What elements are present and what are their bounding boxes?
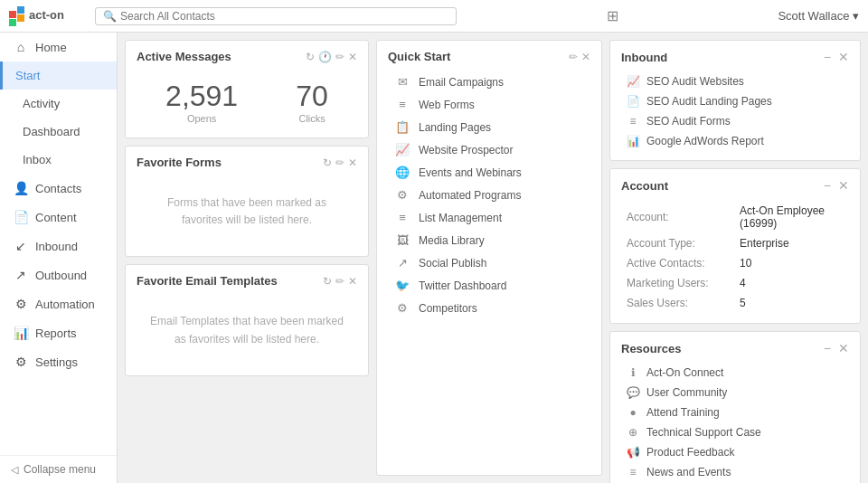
qs-item-email-campaigns[interactable]: ✉ Email Campaigns [388,71,590,93]
sidebar-item-outbound[interactable]: ↗ Outbound [0,260,117,289]
close-icon[interactable]: ✕ [348,156,357,169]
favorite-forms-card: Favorite Forms ↻ ✏ ✕ Forms that have bee… [125,146,369,257]
close-icon[interactable]: ✕ [838,50,849,64]
qs-item-web-forms[interactable]: ≡ Web Forms [388,93,590,116]
quick-start-title: Quick Start [388,50,450,63]
sidebar-item-activity[interactable]: Activity [0,90,117,118]
edit-icon[interactable]: ✏ [335,51,344,63]
inbound-header: Inbound − ✕ [621,50,849,64]
logo[interactable]: act-on [9,6,77,26]
grid-icon[interactable]: ⊞ [607,7,618,24]
resources-list: ℹ Act-On Connect 💬 User Community ● Atte… [621,363,849,482]
qs-item-competitors[interactable]: ⚙ Competitors [388,297,590,319]
edit-icon[interactable]: ✏ [335,275,344,288]
svg-rect-1 [17,6,24,14]
qs-item-events-webinars[interactable]: 🌐 Events and Webinars [388,161,590,184]
account-value[interactable]: Act-On Employee (16999) [736,202,847,232]
sidebar-item-label: Outbound [35,269,87,282]
inbound-item-label: SEO Audit Websites [646,75,744,88]
account-key: Account Type: [623,234,734,252]
sidebar-item-inbox[interactable]: Inbox [0,146,117,174]
prospector-icon: 📈 [395,143,410,156]
inbound-item-seo-forms[interactable]: ≡ SEO Audit Forms [621,111,849,131]
resource-item-support[interactable]: ⊕ Technical Support Case [621,422,849,442]
sidebar-item-reports[interactable]: 📊 Reports [0,318,117,347]
home-icon: ⌂ [14,40,28,54]
qs-item-landing-pages[interactable]: 📋 Landing Pages [388,116,590,138]
inbound-item-seo-websites[interactable]: 📈 SEO Audit Websites [621,71,849,91]
list-icon: ≡ [627,115,639,128]
edit-icon[interactable]: ✏ [569,51,578,63]
resources-card: Resources − ✕ ℹ Act-On Connect 💬 User Co… [609,331,861,483]
settings-icon: ⚙ [14,355,28,369]
resource-item-feedback[interactable]: 📢 Product Feedback [621,442,849,462]
events-icon: 🌐 [395,166,410,179]
account-header: Account − ✕ [621,178,849,193]
qs-item-social-publish[interactable]: ↗ Social Publish [388,251,590,274]
account-row-marketing: Marketing Users: 4 [623,274,847,292]
opens-count: 2,591 [165,80,238,113]
refresh-icon[interactable]: ↻ [323,156,332,169]
account-row-contacts: Active Contacts: 10 [623,254,847,272]
sidebar-item-start[interactable]: Start [0,62,117,90]
edit-icon[interactable]: ✏ [335,156,344,169]
qs-item-media-library[interactable]: 🖼 Media Library [388,229,590,251]
twitter-icon: 🐦 [395,279,410,292]
qs-item-website-prospector[interactable]: 📈 Website Prospector [388,138,590,161]
close-icon[interactable]: ✕ [348,275,357,288]
main-layout: ⌂ Home Start Activity Dashboard Inbox 👤 … [0,33,868,483]
sidebar-item-dashboard[interactable]: Dashboard [0,118,117,146]
sidebar-item-contacts[interactable]: 👤 Contacts [0,174,117,203]
sidebar-item-settings[interactable]: ⚙ Settings [0,347,117,376]
clock-icon[interactable]: 🕐 [318,51,332,63]
favorite-forms-empty: Forms that have been marked as favorites… [137,176,357,247]
qs-item-twitter-dashboard[interactable]: 🐦 Twitter Dashboard [388,274,590,297]
qs-item-list-management[interactable]: ≡ List Management [388,206,590,229]
qs-label: Web Forms [419,99,475,111]
account-value: 4 [736,274,847,292]
sidebar-item-label: Automation [35,298,95,311]
close-icon[interactable]: ✕ [838,178,849,193]
automated-icon: ⚙ [395,188,410,202]
search-input[interactable] [120,10,448,23]
sidebar-item-inbound[interactable]: ↙ Inbound [0,232,117,260]
inbound-item-seo-landing[interactable]: 📄 SEO Audit Landing Pages [621,91,849,111]
resource-item-training[interactable]: ● Attend Training [621,402,849,422]
resource-item-news[interactable]: ≡ News and Events [621,462,849,482]
active-messages-stats: 2,591 Opens 70 Clicks [137,71,357,128]
search-area[interactable]: 🔍 [95,7,457,25]
resources-controls: − ✕ [824,341,849,355]
minimize-icon[interactable]: − [824,50,831,64]
account-row-name: Account: Act-On Employee (16999) [623,202,847,232]
user-menu[interactable]: Scott Wallace ▾ [778,9,859,23]
sidebar-item-automation[interactable]: ⚙ Automation [0,289,117,318]
close-icon[interactable]: ✕ [838,341,849,355]
qs-item-automated-programs[interactable]: ⚙ Automated Programs [388,184,590,206]
account-value[interactable]: 10 [736,254,847,272]
close-icon[interactable]: ✕ [348,51,357,63]
account-value: 5 [736,294,847,312]
refresh-icon[interactable]: ↻ [306,51,315,63]
sidebar-item-label: Reports [35,327,77,340]
minimize-icon[interactable]: − [824,178,831,193]
svg-rect-0 [9,11,16,18]
sidebar-item-content[interactable]: 📄 Content [0,203,117,232]
sidebar-item-home[interactable]: ⌂ Home [0,33,117,62]
inbound-item-adwords[interactable]: 📊 Google AdWords Report [621,131,849,151]
resource-item-acton-connect[interactable]: ℹ Act-On Connect [621,363,849,383]
sidebar-item-label: Contacts [35,182,81,195]
qs-label: List Management [419,212,502,224]
resource-item-label: User Community [646,386,727,399]
close-icon[interactable]: ✕ [581,51,590,63]
content-icon: 📄 [14,210,28,224]
inbound-card: Inbound − ✕ 📈 SEO Audit Websites 📄 SEO A… [609,40,861,161]
minimize-icon[interactable]: − [824,341,831,355]
account-value[interactable]: Enterprise [736,234,847,252]
resource-item-user-community[interactable]: 💬 User Community [621,383,849,402]
refresh-icon[interactable]: ↻ [323,275,332,288]
clicks-count: 70 [296,80,328,113]
qs-label: Media Library [419,234,485,247]
collapse-menu-button[interactable]: ◁ Collapse menu [0,455,117,483]
competitors-icon: ⚙ [395,301,410,315]
contacts-icon: 👤 [14,181,28,195]
